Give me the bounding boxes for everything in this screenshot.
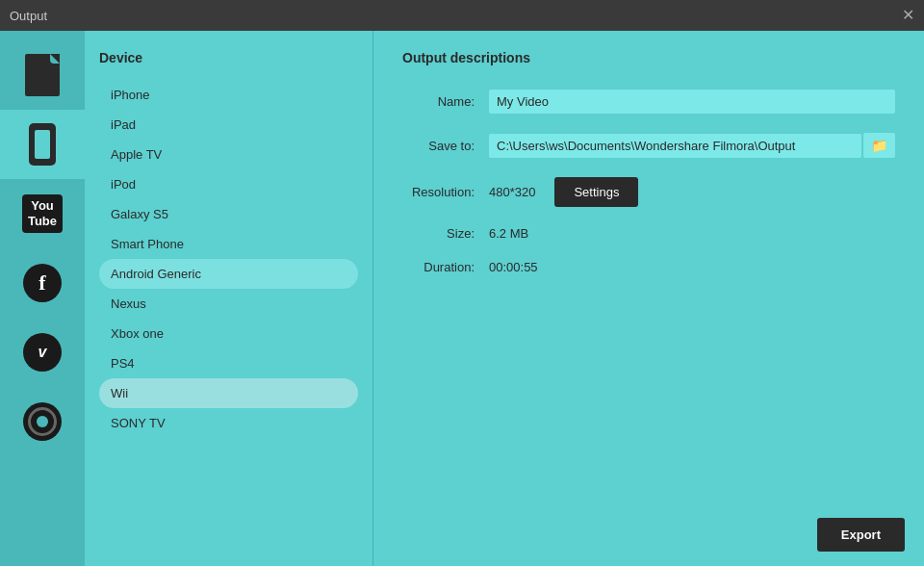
sidebar: You Tube f v (0, 31, 85, 566)
folder-button[interactable]: 📁 (863, 133, 895, 158)
device-wii[interactable]: Wii (99, 378, 358, 408)
saveto-label: Save to: (402, 139, 489, 153)
device-ipad[interactable]: iPad (99, 110, 358, 140)
device-ps4[interactable]: PS4 (99, 348, 358, 378)
device-heading: Device (99, 50, 358, 65)
device-androidgeneric[interactable]: Android Generic (99, 259, 358, 289)
main-window: Output ✕ You Tube (0, 0, 924, 566)
output-panel: Output descriptions Name: Save to: 📁 Res… (373, 31, 924, 566)
close-button[interactable]: ✕ (902, 8, 914, 23)
size-row: Size: 6.2 MB (402, 226, 895, 241)
size-value: 6.2 MB (489, 226, 528, 241)
dvd-icon (21, 400, 64, 443)
duration-row: Duration: 00:00:55 (402, 260, 895, 274)
output-heading: Output descriptions (402, 50, 895, 65)
resolution-value-container: 480*320 Settings (489, 177, 638, 207)
name-row: Name: (402, 90, 895, 114)
settings-button[interactable]: Settings (554, 177, 638, 207)
resolution-row: Resolution: 480*320 Settings (402, 177, 895, 207)
device-iphone[interactable]: iPhone (99, 80, 358, 110)
document-icon (21, 54, 64, 96)
export-button[interactable]: Export (817, 518, 905, 552)
phone-icon (21, 123, 64, 166)
size-label: Size: (402, 226, 489, 241)
sidebar-item-local[interactable] (0, 40, 85, 110)
sidebar-item-youtube[interactable]: You Tube (0, 179, 85, 248)
duration-label: Duration: (402, 260, 489, 274)
title-bar: Output ✕ (0, 0, 924, 31)
device-nexus[interactable]: Nexus (99, 289, 358, 319)
sidebar-item-dvd[interactable] (0, 387, 85, 456)
content-area: You Tube f v (0, 31, 924, 566)
vimeo-icon: v (21, 331, 64, 373)
device-appletv[interactable]: Apple TV (99, 140, 358, 169)
sidebar-item-vimeo[interactable]: v (0, 318, 85, 387)
device-galaxys5[interactable]: Galaxy S5 (99, 199, 358, 229)
duration-value: 00:00:55 (489, 260, 538, 274)
name-input[interactable] (489, 90, 895, 114)
device-sonytv[interactable]: SONY TV (99, 408, 358, 438)
facebook-icon: f (21, 262, 64, 304)
device-ipod[interactable]: iPod (99, 169, 358, 199)
youtube-icon: You Tube (21, 193, 64, 235)
device-smartphone[interactable]: Smart Phone (99, 229, 358, 259)
saveto-input[interactable] (489, 134, 861, 158)
device-xboxone[interactable]: Xbox one (99, 319, 358, 348)
sidebar-item-device[interactable] (0, 110, 85, 179)
window-title: Output (10, 9, 47, 23)
resolution-value: 480*320 (489, 185, 535, 199)
device-panel: Device iPhone iPad Apple TV iPod Galaxy … (85, 31, 373, 566)
saveto-row: Save to: 📁 (402, 133, 895, 158)
name-label: Name: (402, 94, 489, 109)
sidebar-item-facebook[interactable]: f (0, 248, 85, 318)
device-list: iPhone iPad Apple TV iPod Galaxy S5 Smar… (99, 80, 358, 438)
resolution-label: Resolution: (402, 185, 489, 199)
